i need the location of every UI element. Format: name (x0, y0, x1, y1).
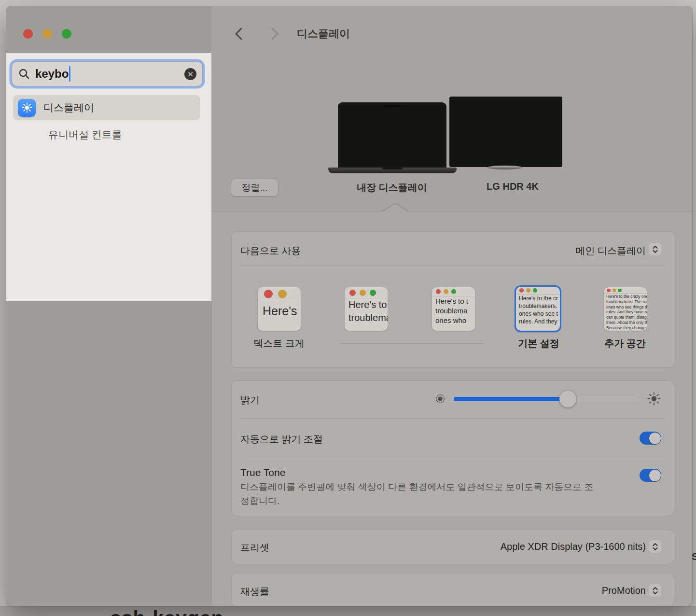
mini-close-icon (349, 290, 356, 296)
scaling-option-more-space[interactable]: Here's to the crazy one troublemakers. T… (604, 287, 647, 331)
scaling-connector-line (340, 343, 483, 344)
mini-titlebar (516, 287, 560, 294)
monitor-stand (487, 166, 523, 169)
sidebar: keybo ✕ 디스플레이 유니버설 컨트롤 (6, 6, 211, 606)
mini-text: Here's to the cr troublemakers. ones who… (516, 294, 560, 325)
refresh-rate-value: ProMotion (602, 585, 646, 596)
mini-text: Here's to troublema (345, 298, 388, 324)
auto-brightness-label: 자동으로 밝기 조절 (240, 433, 323, 446)
brightness-label: 밝기 (240, 393, 260, 406)
wallpaper-forest (452, 99, 559, 164)
scaling-option-2[interactable]: Here's to troublema (345, 287, 388, 331)
background-strip (0, 606, 696, 616)
mini-close-icon (607, 289, 611, 293)
display-thumbnail-builtin[interactable] (338, 102, 446, 168)
mini-zoom-icon (451, 289, 456, 294)
search-input[interactable]: keybo ✕ (12, 61, 203, 86)
search-results-popover: keybo ✕ 디스플레이 유니버설 컨트롤 (6, 53, 211, 301)
auto-brightness-toggle[interactable] (640, 432, 661, 445)
mini-minimize-icon (526, 288, 530, 293)
arrange-button[interactable]: 정렬... (231, 179, 278, 196)
brightness-low-icon (435, 393, 445, 404)
brightness-slider-fill (454, 397, 568, 401)
page-title: 디스플레이 (297, 27, 350, 41)
true-tone-toggle[interactable] (640, 469, 661, 482)
scaling-label-default: 기본 설정 (518, 337, 559, 350)
selected-display-caret (381, 203, 409, 211)
scaling-card: 다음으로 사용 메인 디스플레이 Here's Here's to troubl… (232, 232, 674, 367)
display-brightness-icon (18, 99, 36, 117)
mini-close-icon (264, 290, 273, 298)
brightness-slider[interactable] (454, 397, 640, 401)
mini-minimize-icon (444, 289, 448, 294)
background-edge-text: S (692, 551, 696, 562)
use-as-popup-button[interactable] (649, 243, 661, 255)
refresh-rate-card: 재생률 ProMotion (232, 574, 674, 606)
text-cursor (69, 66, 70, 82)
minimize-button[interactable] (42, 29, 52, 39)
preset-popup-button[interactable] (649, 540, 661, 553)
search-query-text: keybo (35, 67, 69, 81)
forward-button[interactable] (267, 27, 281, 41)
brightness-slider-thumb[interactable] (559, 391, 576, 407)
mini-titlebar (345, 287, 388, 298)
divider (240, 418, 665, 419)
use-as-label: 다음으로 사용 (240, 244, 301, 257)
scaling-option-default-selected[interactable]: Here's to the cr troublemakers. ones who… (515, 285, 561, 332)
display-name-lg: LG HDR 4K (487, 181, 539, 192)
search-result-universal-control[interactable]: 유니버설 컨트롤 (48, 128, 122, 141)
brightness-high-icon (647, 392, 661, 406)
clear-search-icon[interactable]: ✕ (184, 68, 196, 80)
mini-minimize-icon (612, 289, 616, 293)
macbook-notch (384, 105, 401, 107)
mini-titlebar (258, 287, 301, 301)
mini-titlebar (432, 287, 475, 296)
true-tone-label: True Tone (240, 467, 285, 478)
wallpaper-forest (340, 105, 444, 166)
close-button[interactable] (23, 29, 33, 39)
system-settings-window: keybo ✕ 디스플레이 유니버설 컨트롤 디스플레이 (6, 6, 692, 606)
refresh-rate-popup-button[interactable] (649, 584, 661, 597)
mini-text: Here's to the crazy one troublemakers. T… (604, 294, 647, 331)
mini-minimize-icon (278, 290, 287, 298)
brightness-card: 밝기 자동으로 밝기 조절 True Tone 디스플레이를 주변광에 맞춰 색… (232, 381, 674, 516)
preset-card: 프리셋 Apple XDR Display (P3-1600 nits) (232, 530, 674, 564)
search-result-label: 디스플레이 (43, 101, 94, 114)
use-as-value: 메인 디스플레이 (575, 244, 646, 257)
true-tone-description: 디스플레이를 주변광에 맞춰 색상이 다른 환경에서도 일관적으로 보이도록 자… (240, 480, 600, 508)
back-button[interactable] (232, 27, 247, 41)
preset-value: Apple XDR Display (P3-1600 nits) (501, 541, 646, 552)
mini-zoom-icon (533, 288, 537, 293)
divider (240, 456, 665, 456)
zoom-button[interactable] (62, 29, 71, 39)
scaling-option-3[interactable]: Here's to t troublema ones who (432, 287, 475, 331)
mini-zoom-icon (370, 290, 376, 296)
mini-text: Here's (258, 301, 301, 321)
mini-close-icon (519, 288, 524, 293)
scaling-label-larger-text: 텍스트 크게 (253, 337, 305, 350)
toggle-knob (649, 433, 661, 444)
preset-label: 프리셋 (240, 541, 269, 554)
mini-text: Here's to t troublema ones who (432, 296, 475, 325)
background-terminal-text: ssh-keygen (110, 607, 224, 616)
mini-close-icon (436, 289, 441, 294)
scaling-option-larger-text[interactable]: Here's (258, 287, 301, 331)
toggle-knob (649, 470, 661, 481)
mini-minimize-icon (360, 290, 366, 296)
traffic-lights (23, 29, 71, 39)
scaling-label-more-space: 추가 공간 (604, 337, 646, 350)
display-thumbnail-lg[interactable] (449, 97, 562, 167)
divider (240, 266, 665, 266)
mini-titlebar (604, 287, 647, 294)
search-result-displays[interactable]: 디스플레이 (13, 95, 200, 120)
search-icon (18, 68, 30, 80)
mini-zoom-icon (618, 289, 622, 293)
display-name-builtin: 내장 디스플레이 (357, 181, 427, 194)
main-panel: 디스플레이 내장 디스플레이 LG HDR 4K 정렬... 다음으로 사용 메… (212, 6, 692, 606)
refresh-rate-label: 재생률 (240, 585, 269, 598)
macbook-base (328, 168, 457, 173)
